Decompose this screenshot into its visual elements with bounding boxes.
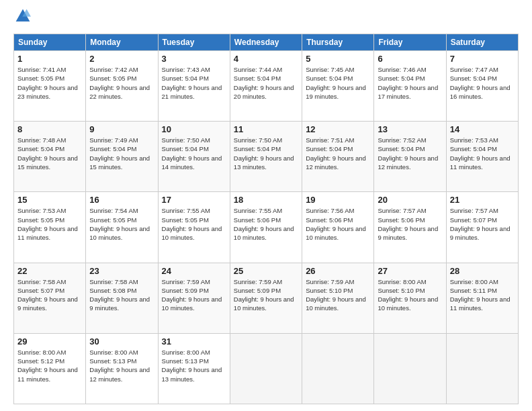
- day-info: Sunrise: 7:52 AMSunset: 5:04 PMDaylight:…: [378, 136, 442, 171]
- column-header-saturday: Saturday: [446, 34, 518, 51]
- day-info: Sunrise: 7:47 AMSunset: 5:04 PMDaylight:…: [450, 65, 515, 101]
- calendar-cell: 25 Sunrise: 7:59 AMSunset: 5:09 PMDaylig…: [230, 263, 302, 333]
- calendar-week-1: 1 Sunrise: 7:41 AMSunset: 5:05 PMDayligh…: [14, 51, 519, 122]
- day-number: 4: [234, 54, 298, 64]
- day-number: 19: [306, 195, 370, 205]
- day-number: 15: [17, 195, 82, 205]
- day-number: 31: [162, 336, 226, 347]
- day-number: 23: [89, 266, 154, 276]
- calendar-header-row: SundayMondayTuesdayWednesdayThursdayFrid…: [14, 34, 519, 51]
- day-info: Sunrise: 7:59 AMSunset: 5:10 PMDaylight:…: [306, 277, 370, 313]
- day-info: Sunrise: 8:00 AMSunset: 5:13 PMDaylight:…: [162, 348, 226, 383]
- day-number: 22: [17, 266, 82, 276]
- calendar-cell: 4 Sunrise: 7:44 AMSunset: 5:04 PMDayligh…: [230, 51, 302, 122]
- day-info: Sunrise: 7:44 AMSunset: 5:04 PMDaylight:…: [234, 65, 298, 101]
- day-info: Sunrise: 7:55 AMSunset: 5:06 PMDaylight:…: [234, 206, 298, 242]
- day-info: Sunrise: 7:59 AMSunset: 5:09 PMDaylight:…: [234, 277, 298, 313]
- day-number: 1: [17, 54, 82, 64]
- calendar-cell: 9 Sunrise: 7:49 AMSunset: 5:04 PMDayligh…: [86, 122, 158, 192]
- column-header-friday: Friday: [374, 34, 446, 51]
- calendar-cell: 17 Sunrise: 7:55 AMSunset: 5:05 PMDaylig…: [158, 192, 230, 263]
- day-info: Sunrise: 7:58 AMSunset: 5:08 PMDaylight:…: [89, 277, 154, 313]
- calendar-body: 1 Sunrise: 7:41 AMSunset: 5:05 PMDayligh…: [14, 51, 519, 404]
- calendar-cell: 1 Sunrise: 7:41 AMSunset: 5:05 PMDayligh…: [14, 51, 86, 122]
- calendar-cell: 27 Sunrise: 8:00 AMSunset: 5:10 PMDaylig…: [374, 263, 446, 333]
- day-info: Sunrise: 7:41 AMSunset: 5:05 PMDaylight:…: [17, 65, 82, 101]
- day-info: Sunrise: 7:49 AMSunset: 5:04 PMDaylight:…: [89, 136, 154, 171]
- day-number: 17: [162, 195, 226, 205]
- calendar-cell: 28 Sunrise: 8:00 AMSunset: 5:11 PMDaylig…: [446, 263, 518, 333]
- calendar-cell: 26 Sunrise: 7:59 AMSunset: 5:10 PMDaylig…: [302, 263, 374, 333]
- day-number: 18: [234, 195, 298, 205]
- calendar-cell: 12 Sunrise: 7:51 AMSunset: 5:04 PMDaylig…: [302, 122, 374, 192]
- calendar-cell: [302, 333, 374, 404]
- day-number: 5: [306, 54, 370, 64]
- day-info: Sunrise: 7:59 AMSunset: 5:09 PMDaylight:…: [162, 277, 226, 313]
- day-info: Sunrise: 7:57 AMSunset: 5:06 PMDaylight:…: [378, 206, 442, 242]
- day-info: Sunrise: 7:50 AMSunset: 5:04 PMDaylight:…: [162, 136, 226, 171]
- calendar-cell: 22 Sunrise: 7:58 AMSunset: 5:07 PMDaylig…: [14, 263, 86, 333]
- day-number: 11: [234, 124, 298, 134]
- day-number: 9: [89, 124, 154, 134]
- logo-icon: [15, 8, 31, 24]
- day-number: 27: [378, 266, 442, 276]
- day-info: Sunrise: 7:58 AMSunset: 5:07 PMDaylight:…: [17, 277, 82, 313]
- calendar-cell: [374, 333, 446, 404]
- day-number: 3: [162, 54, 226, 64]
- day-number: 29: [17, 336, 82, 347]
- day-number: 7: [450, 54, 515, 64]
- calendar-cell: 18 Sunrise: 7:55 AMSunset: 5:06 PMDaylig…: [230, 192, 302, 263]
- calendar-week-2: 8 Sunrise: 7:48 AMSunset: 5:04 PMDayligh…: [14, 122, 519, 192]
- column-header-monday: Monday: [86, 34, 158, 51]
- day-number: 26: [306, 266, 370, 276]
- day-number: 8: [17, 124, 82, 134]
- day-number: 10: [162, 124, 226, 134]
- calendar-cell: 5 Sunrise: 7:45 AMSunset: 5:04 PMDayligh…: [302, 51, 374, 122]
- calendar-cell: [230, 333, 302, 404]
- day-info: Sunrise: 7:48 AMSunset: 5:04 PMDaylight:…: [17, 136, 82, 171]
- calendar-cell: 31 Sunrise: 8:00 AMSunset: 5:13 PMDaylig…: [158, 333, 230, 404]
- day-info: Sunrise: 8:00 AMSunset: 5:11 PMDaylight:…: [450, 277, 515, 313]
- day-number: 14: [450, 124, 515, 134]
- day-info: Sunrise: 7:55 AMSunset: 5:05 PMDaylight:…: [162, 206, 226, 242]
- column-header-tuesday: Tuesday: [158, 34, 230, 51]
- calendar-cell: [446, 333, 518, 404]
- calendar-cell: 13 Sunrise: 7:52 AMSunset: 5:04 PMDaylig…: [374, 122, 446, 192]
- day-number: 25: [234, 266, 298, 276]
- day-info: Sunrise: 7:43 AMSunset: 5:04 PMDaylight:…: [162, 65, 226, 101]
- calendar-cell: 23 Sunrise: 7:58 AMSunset: 5:08 PMDaylig…: [86, 263, 158, 333]
- calendar-week-4: 22 Sunrise: 7:58 AMSunset: 5:07 PMDaylig…: [14, 263, 519, 333]
- day-info: Sunrise: 7:51 AMSunset: 5:04 PMDaylight:…: [306, 136, 370, 171]
- day-number: 16: [89, 195, 154, 205]
- day-number: 24: [162, 266, 226, 276]
- day-info: Sunrise: 8:00 AMSunset: 5:10 PMDaylight:…: [378, 277, 442, 313]
- calendar-cell: 20 Sunrise: 7:57 AMSunset: 5:06 PMDaylig…: [374, 192, 446, 263]
- day-info: Sunrise: 8:00 AMSunset: 5:12 PMDaylight:…: [17, 348, 82, 383]
- calendar-week-3: 15 Sunrise: 7:53 AMSunset: 5:05 PMDaylig…: [14, 192, 519, 263]
- day-number: 12: [306, 124, 370, 134]
- day-info: Sunrise: 7:57 AMSunset: 5:07 PMDaylight:…: [450, 206, 515, 242]
- calendar-cell: 7 Sunrise: 7:47 AMSunset: 5:04 PMDayligh…: [446, 51, 518, 122]
- column-header-sunday: Sunday: [14, 34, 86, 51]
- day-info: Sunrise: 7:53 AMSunset: 5:05 PMDaylight:…: [17, 206, 82, 242]
- calendar-cell: 10 Sunrise: 7:50 AMSunset: 5:04 PMDaylig…: [158, 122, 230, 192]
- column-header-thursday: Thursday: [302, 34, 374, 51]
- day-number: 28: [450, 266, 515, 276]
- day-number: 2: [89, 54, 154, 64]
- day-number: 20: [378, 195, 442, 205]
- calendar-cell: 14 Sunrise: 7:53 AMSunset: 5:04 PMDaylig…: [446, 122, 518, 192]
- calendar-cell: 11 Sunrise: 7:50 AMSunset: 5:04 PMDaylig…: [230, 122, 302, 192]
- day-info: Sunrise: 7:54 AMSunset: 5:05 PMDaylight:…: [89, 206, 154, 242]
- column-header-wednesday: Wednesday: [230, 34, 302, 51]
- day-info: Sunrise: 7:53 AMSunset: 5:04 PMDaylight:…: [450, 136, 515, 171]
- calendar-cell: 16 Sunrise: 7:54 AMSunset: 5:05 PMDaylig…: [86, 192, 158, 263]
- day-info: Sunrise: 7:42 AMSunset: 5:05 PMDaylight:…: [89, 65, 154, 101]
- calendar-cell: 30 Sunrise: 8:00 AMSunset: 5:13 PMDaylig…: [86, 333, 158, 404]
- calendar-page: SundayMondayTuesdayWednesdayThursdayFrid…: [0, 0, 532, 411]
- calendar-table: SundayMondayTuesdayWednesdayThursdayFrid…: [13, 34, 519, 404]
- day-info: Sunrise: 8:00 AMSunset: 5:13 PMDaylight:…: [89, 348, 154, 383]
- calendar-cell: 19 Sunrise: 7:56 AMSunset: 5:06 PMDaylig…: [302, 192, 374, 263]
- calendar-cell: 24 Sunrise: 7:59 AMSunset: 5:09 PMDaylig…: [158, 263, 230, 333]
- calendar-cell: 29 Sunrise: 8:00 AMSunset: 5:12 PMDaylig…: [14, 333, 86, 404]
- day-info: Sunrise: 7:46 AMSunset: 5:04 PMDaylight:…: [378, 65, 442, 101]
